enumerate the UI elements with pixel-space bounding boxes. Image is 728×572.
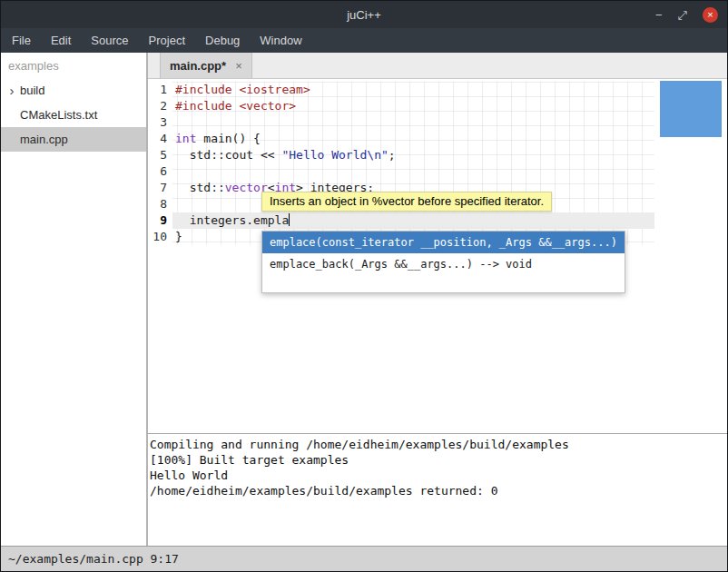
terminal-line: Compiling and running /home/eidheim/exam… bbox=[150, 437, 725, 452]
editor-pane: main.cpp* × 1#include <iostream>2#includ… bbox=[148, 53, 727, 546]
line-number: 6 bbox=[148, 163, 172, 180]
code-line-3[interactable]: 3 bbox=[148, 114, 654, 131]
menu-item-source[interactable]: Source bbox=[81, 28, 138, 53]
main-area: examples ›buildCMakeLists.txtmain.cpp ma… bbox=[1, 53, 727, 546]
line-text: #include <iostream> bbox=[172, 82, 654, 98]
project-name: examples bbox=[1, 53, 146, 78]
line-number: 2 bbox=[148, 98, 172, 114]
statusbar: ~/examples/main.cpp 9:17 bbox=[1, 546, 727, 571]
line-text: #include <vector> bbox=[172, 98, 654, 114]
tab-close-icon[interactable]: × bbox=[235, 59, 242, 73]
line-number: 10 bbox=[148, 229, 172, 245]
code-editor[interactable]: 1#include <iostream>2#include <vector>34… bbox=[148, 79, 727, 433]
terminal-line: /home/eidheim/examples/build/examples re… bbox=[150, 483, 725, 498]
window-title: juCi++ bbox=[347, 8, 381, 22]
sidebar-item-label: build bbox=[19, 84, 44, 97]
text-cursor bbox=[289, 213, 290, 226]
chevron-right-icon[interactable]: › bbox=[1, 83, 19, 98]
line-number: 8 bbox=[148, 196, 172, 212]
line-number: 7 bbox=[148, 180, 172, 196]
line-number: 9 bbox=[148, 212, 172, 229]
maximize-icon[interactable]: ⤢ bbox=[678, 9, 687, 21]
minimize-icon[interactable]: − bbox=[655, 9, 663, 21]
line-text bbox=[172, 114, 654, 131]
autocomplete-item-0[interactable]: emplace(const_iterator __position, _Args… bbox=[262, 232, 625, 253]
scrollbar-thumb[interactable] bbox=[660, 81, 722, 137]
status-file-position: ~/examples/main.cpp 9:17 bbox=[8, 552, 179, 566]
line-number: 1 bbox=[148, 82, 172, 98]
build-output[interactable]: Compiling and running /home/eidheim/exam… bbox=[148, 434, 727, 546]
code-lines: 1#include <iostream>2#include <vector>34… bbox=[148, 82, 654, 245]
window-controls: − ⤢ × bbox=[655, 1, 718, 28]
line-number: 4 bbox=[148, 131, 172, 147]
tab-label: main.cpp* bbox=[170, 59, 226, 73]
editor-scrollbar[interactable] bbox=[654, 79, 727, 433]
sidebar-list: ›buildCMakeLists.txtmain.cpp bbox=[1, 78, 146, 152]
terminal-line: Hello World bbox=[150, 468, 725, 483]
code-line-6[interactable]: 6 bbox=[148, 163, 654, 180]
code-line-2[interactable]: 2#include <vector> bbox=[148, 98, 654, 114]
line-number: 3 bbox=[148, 114, 172, 131]
line-text: std::cout << "Hello World\n"; bbox=[172, 147, 654, 163]
tabbar: main.cpp* × bbox=[148, 53, 727, 79]
menu-item-file[interactable]: File bbox=[2, 28, 41, 53]
sidebar-item-main-cpp[interactable]: main.cpp bbox=[1, 127, 146, 152]
file-tree-panel: examples ›buildCMakeLists.txtmain.cpp bbox=[1, 53, 148, 546]
menu-item-debug[interactable]: Debug bbox=[195, 28, 250, 53]
autocomplete-popup: emplace(const_iterator __position, _Args… bbox=[261, 231, 625, 293]
menubar: FileEditSourceProjectDebugWindow bbox=[1, 28, 727, 53]
tab-main-cpp[interactable]: main.cpp* × bbox=[160, 53, 252, 78]
app-window: juCi++ − ⤢ × FileEditSourceProjectDebugW… bbox=[0, 0, 728, 572]
sidebar-item-cmakelists-txt[interactable]: CMakeLists.txt bbox=[1, 103, 146, 127]
code-line-5[interactable]: 5 std::cout << "Hello World\n"; bbox=[148, 147, 654, 163]
line-text: integers.empla bbox=[172, 212, 654, 229]
titlebar[interactable]: juCi++ − ⤢ × bbox=[1, 1, 727, 28]
sidebar-item-label: CMakeLists.txt bbox=[19, 108, 97, 122]
menu-item-edit[interactable]: Edit bbox=[41, 28, 81, 53]
line-number: 5 bbox=[148, 147, 172, 163]
close-icon[interactable]: × bbox=[703, 7, 718, 23]
code-line-4[interactable]: 4int main() { bbox=[148, 131, 654, 147]
sidebar-item-build[interactable]: ›build bbox=[1, 78, 146, 103]
code-line-9[interactable]: 9 integers.empla bbox=[148, 212, 654, 229]
menu-item-window[interactable]: Window bbox=[250, 28, 311, 53]
line-text bbox=[172, 163, 654, 180]
line-text: int main() { bbox=[172, 131, 654, 147]
doc-tooltip: Inserts an object in %vector before spec… bbox=[261, 192, 552, 212]
sidebar-item-label: main.cpp bbox=[19, 133, 68, 146]
code-line-1[interactable]: 1#include <iostream> bbox=[148, 82, 654, 98]
autocomplete-item-1[interactable]: emplace_back(_Args &&__args...) --> void bbox=[262, 253, 625, 275]
terminal-line: [100%] Built target examples bbox=[150, 452, 725, 468]
menu-item-project[interactable]: Project bbox=[139, 28, 195, 53]
